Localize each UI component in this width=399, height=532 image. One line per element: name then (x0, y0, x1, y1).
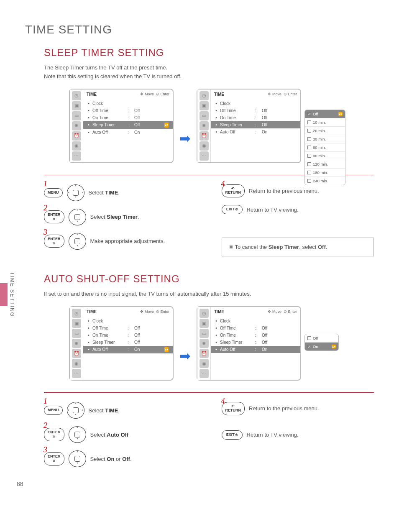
step-row: 4 ↶RETURN Return to the previous menu. (222, 184, 374, 198)
dpad-button[interactable]: ˄ ˅ (69, 450, 86, 467)
osd-row[interactable]: •Off Time:Off (83, 325, 173, 332)
step-text: Make appropriate adjustments. (90, 238, 165, 244)
option-row[interactable]: 240 min. (305, 177, 345, 185)
osd-row[interactable]: •Clock (83, 317, 173, 325)
option-row[interactable]: Off (305, 334, 338, 343)
sleep-timer-options[interactable]: Off▴▾10 min.20 min.30 min.60 min.90 min.… (304, 110, 345, 185)
page-number: 88 (17, 481, 23, 487)
sleep-screens: ◷▣▭✺⏰◉⋯ TIME ✥ Move ⊙ Enter •Clock•Off T… (44, 89, 374, 163)
intro-line: Note that this setting is cleared when t… (44, 73, 182, 79)
osd-row[interactable]: •Sleep Timer:Off▴▾ (83, 121, 173, 129)
osd-hints: ✥ Move ⊙ Enter (140, 92, 169, 97)
menu-category-icon: ◷ (200, 91, 209, 100)
osd-row[interactable]: •Off Time:Off (211, 325, 300, 332)
osd-row[interactable]: •On Time:Off (83, 332, 173, 339)
option-row[interactable]: 120 min. (305, 160, 345, 169)
step-text: Select On or Off. (90, 456, 132, 462)
menu-category-icon: ▭ (72, 329, 81, 338)
step-number: 2 (43, 204, 47, 212)
step-number: 1 (43, 179, 47, 188)
sleep-title: SLEEP TIMER SETTING (44, 47, 374, 59)
sleep-steps: 1 MENU ‹˄ ›˅ Select TIME. 2 ENTER⊙ ˄ ˅ S… (44, 175, 374, 257)
menu-category-icon: ▭ (200, 111, 209, 120)
osd-row[interactable]: •Clock (83, 100, 173, 107)
menu-category-icon: ✺ (72, 339, 81, 348)
side-label: TIME SETTING (8, 268, 17, 321)
step-number: 4 (221, 397, 225, 406)
osd-row[interactable]: •Clock (211, 100, 300, 107)
option-row[interactable]: Off▴▾ (305, 110, 345, 118)
step-number: 2 (43, 421, 47, 430)
dpad-button[interactable]: ‹˄ ›˅ (67, 402, 84, 419)
osd-panel-right: ◷▣▭✺⏰◉⋯ TIME ✥ Move ⊙ Enter •Clock•Off T… (197, 306, 301, 381)
osd-panel-right: ◷▣▭✺⏰◉⋯ TIME ✥ Move ⊙ Enter •Clock•Off T… (197, 89, 301, 163)
step-number: 3 (43, 228, 47, 237)
osd-header: TIME (214, 92, 224, 97)
option-row[interactable]: 30 min. (305, 135, 345, 143)
intro-line: The Sleep Timer turns the TV off at the … (44, 64, 167, 71)
menu-category-icon: ▣ (200, 319, 209, 328)
menu-category-icon: ▣ (200, 101, 209, 110)
menu-category-icon: ▣ (72, 319, 81, 328)
step-text: Select Auto Off (90, 432, 129, 438)
dpad-button[interactable]: ‹˄ ›˅ (67, 184, 84, 201)
option-row[interactable]: On▴▾ (305, 343, 338, 350)
option-row[interactable]: 10 min. (305, 118, 345, 127)
step-text: Return to TV viewing. (247, 432, 299, 438)
menu-category-icon: ⋯ (200, 369, 209, 378)
menu-category-icon: ✺ (200, 121, 209, 130)
menu-button[interactable]: MENU (44, 406, 63, 415)
return-button[interactable]: ↶RETURN (222, 184, 245, 198)
step-row: 3 ENTER⊙ ˄ ˅ Make appropriate adjustment… (44, 233, 197, 250)
step-row: 2 ENTER⊙ ˄ ˅ Select Sleep Timer. (44, 209, 197, 225)
menu-category-icon: ✺ (72, 121, 81, 130)
exit-button[interactable]: EXIT ⎋ (222, 430, 243, 440)
option-row[interactable]: 180 min. (305, 169, 345, 177)
arrow-icon: ➡ (179, 348, 191, 364)
step-number: 1 (43, 397, 47, 406)
dpad-button[interactable]: ˄ ˅ (69, 233, 86, 250)
osd-panel-left: ◷▣▭✺⏰◉⋯ TIME ✥ Move ⊙ Enter •Clock•Off T… (69, 89, 174, 163)
step-number: 3 (43, 445, 47, 454)
sleep-section: SLEEP TIMER SETTING The Sleep Timer turn… (44, 47, 374, 256)
step-text: Return to the previous menu. (249, 405, 319, 412)
auto-off-options[interactable]: OffOn▴▾ (304, 334, 339, 351)
osd-row[interactable]: •Off Time:Off (83, 107, 173, 114)
menu-category-icon: ⋯ (72, 369, 81, 378)
return-button[interactable]: ↶RETURN (222, 402, 245, 415)
osd-row[interactable]: •On Time:Off (83, 114, 173, 121)
osd-row[interactable]: •Auto Off:On (83, 129, 173, 136)
osd-row[interactable]: •Sleep Timer:Off (83, 339, 173, 346)
menu-category-icon: ⏰ (200, 349, 209, 358)
osd-row[interactable]: •Sleep Timer:Off (211, 121, 300, 128)
osd-row[interactable]: •On Time:Off (211, 114, 300, 121)
step-row: 2 ENTER⊙ ˄ ˅ Select Auto Off (44, 426, 197, 443)
menu-category-icon: ◉ (72, 359, 81, 368)
dpad-button[interactable]: ˄ ˅ (69, 426, 86, 443)
menu-category-icon: ◉ (200, 359, 209, 368)
step-text: Select TIME. (89, 407, 120, 414)
menu-category-icon: ⏰ (72, 349, 81, 358)
osd-row[interactable]: •Off Time:Off (211, 107, 300, 114)
osd-row[interactable]: •Auto Off:On (211, 128, 300, 136)
osd-row[interactable]: •Auto Off:On▴▾ (83, 346, 173, 353)
option-row[interactable]: 90 min. (305, 152, 345, 160)
osd-row[interactable]: •On Time:Off (211, 332, 300, 339)
menu-category-icon: ▭ (200, 329, 209, 338)
menu-category-icon: ⋯ (200, 151, 209, 161)
menu-button[interactable]: MENU (44, 188, 63, 197)
osd-row[interactable]: •Clock (211, 317, 300, 325)
osd-row[interactable]: •Sleep Timer:Off (211, 339, 300, 346)
step-text: Return to the previous menu. (249, 188, 319, 194)
side-tab: TIME SETTING (0, 268, 17, 321)
option-row[interactable]: 60 min. (305, 143, 345, 152)
step-row: 3 ENTER⊙ ˄ ˅ Select On or Off. (44, 450, 197, 467)
osd-row[interactable]: •Auto Off:On (211, 346, 300, 353)
auto-section: AUTO SHUT-OFF SETTING If set to on and t… (44, 273, 374, 467)
dpad-button[interactable]: ˄ ˅ (69, 209, 86, 225)
option-row[interactable]: 20 min. (305, 127, 345, 135)
menu-category-icon: ▭ (72, 111, 81, 120)
exit-button[interactable]: EXIT ⎋ (222, 205, 243, 214)
auto-screens: ◷▣▭✺⏰◉⋯ TIME ✥ Move ⊙ Enter •Clock•Off T… (44, 306, 374, 381)
osd-header: TIME (87, 309, 97, 314)
